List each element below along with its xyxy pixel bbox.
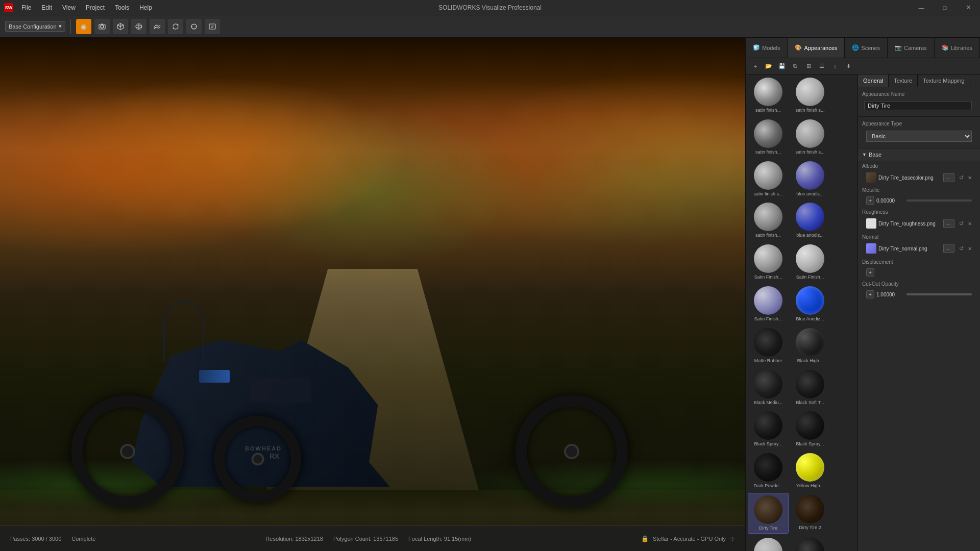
render-btn[interactable]: ◉ [76, 19, 91, 34]
add-appearance-btn[interactable]: + [750, 61, 761, 72]
displacement-label: Displacement [862, 259, 976, 265]
maximize-button[interactable]: □ [933, 0, 957, 15]
roughness-browse-btn[interactable]: ... [943, 219, 954, 228]
appearance-name-row [862, 99, 976, 112]
metallic-plus-btn[interactable]: + [866, 196, 874, 205]
cutout-slider[interactable] [906, 293, 972, 295]
appearance-item-9[interactable]: Satin Finish... [748, 242, 789, 282]
displacement-row: + [862, 267, 976, 278]
grid-view-btn[interactable]: ⊞ [803, 61, 814, 72]
minimize-button[interactable]: — [910, 0, 933, 15]
tab-libraries[interactable]: 📚 Libraries [935, 38, 980, 58]
panel-toolbar: + 📂 💾 ⧉ ⊞ ☰ ↕ ⬇ [746, 58, 980, 74]
tab-scenes[interactable]: 🌐 Scenes [845, 38, 888, 58]
prop-tab-texture-mapping[interactable]: Texture Mapping [918, 74, 970, 87]
appearance-item-6[interactable]: blue anodiz... [790, 159, 830, 199]
lock-icon[interactable]: 🔒 [641, 535, 649, 542]
appearance-thumb-9 [754, 244, 782, 273]
appearance-item-7[interactable]: satin finish... [748, 201, 789, 240]
appearance-matte-rubber[interactable]: Matte Rubber [748, 326, 789, 366]
tab-models-label: Models [762, 45, 780, 51]
appearance-light-grey[interactable]: Light Grey L... [748, 536, 789, 551]
box-btn[interactable] [113, 19, 128, 34]
appearance-label-1: satin finish... [755, 108, 781, 113]
appearance-item-1[interactable]: satin finish... [748, 76, 789, 115]
albedo-label: Albedo [862, 163, 976, 169]
save-btn[interactable]: 💾 [776, 61, 788, 72]
normal-browse-btn[interactable]: ... [943, 244, 954, 253]
appearance-black-low[interactable]: Black Low G... [790, 536, 830, 551]
config-dropdown[interactable]: Base Configuration ▾ [5, 21, 65, 32]
menu-edit[interactable]: Edit [36, 0, 57, 15]
viewport[interactable]: BOWHEAD RX Passes: 3000 / 3000 Complete … [0, 38, 745, 551]
displacement-plus-btn[interactable]: + [866, 268, 874, 277]
download-btn[interactable]: ⬇ [843, 61, 854, 72]
appearances-row-7: Matte Rubber Black High... [746, 325, 857, 367]
expand-icon[interactable]: ⊹ [730, 535, 735, 542]
close-button[interactable]: ✕ [957, 0, 980, 15]
scene-btn[interactable] [131, 19, 146, 34]
tab-models[interactable]: 🧊 Models [746, 38, 788, 58]
import-btn[interactable]: 📂 [763, 61, 774, 72]
tab-cameras[interactable]: 📷 Cameras [888, 38, 935, 58]
appearances-row-5: Satin Finish... Satin Finish... [746, 241, 857, 283]
toolbar-separator-1 [70, 19, 71, 34]
appearance-type-select[interactable]: Basic [866, 131, 972, 142]
appearance-black-spray1[interactable]: Black Spray... [748, 409, 789, 449]
camera-btn[interactable] [94, 19, 110, 34]
wheel-hub-middle [252, 453, 264, 466]
appearance-yellow-high[interactable]: Yellow High... [790, 451, 830, 491]
appearance-item-4[interactable]: satin finish s... [790, 117, 830, 157]
scenes-icon: 🌐 [852, 44, 859, 51]
appearance-item-2[interactable]: satin finish s... [790, 76, 830, 115]
appearance-black-high[interactable]: Black High... [790, 326, 830, 366]
albedo-remove-btn[interactable]: ✕ [968, 175, 972, 181]
appearance-dark-powder[interactable]: Dark Powde... [748, 451, 789, 491]
tab-appearances[interactable]: 🎨 Appearances [788, 38, 845, 58]
menu-view[interactable]: View [57, 0, 81, 15]
right-panel-inner: satin finish... satin finish s... satin … [746, 74, 980, 551]
menu-tools[interactable]: Tools [110, 0, 134, 15]
tab-cameras-label: Cameras [904, 45, 927, 51]
appearance-item-8[interactable]: blue anodiz... [790, 201, 830, 240]
metallic-slider[interactable] [906, 199, 972, 202]
appearance-black-soft[interactable]: Black Soft T... [790, 368, 830, 408]
appearance-label-dirty-tire2: Dirty Tire 2 [799, 525, 821, 531]
appearance-name-input[interactable] [864, 101, 972, 110]
appearance-dirty-tire2[interactable]: Dirty Tire 2 [790, 493, 830, 534]
appearance-btn[interactable] [186, 19, 202, 34]
menu-help[interactable]: Help [134, 0, 157, 15]
duplicate-btn[interactable]: ⧉ [790, 61, 801, 72]
handlebar [163, 301, 204, 362]
appearances-list: satin finish... satin finish s... satin … [746, 74, 857, 551]
normal-remove-btn[interactable]: ✕ [968, 246, 972, 252]
environment-btn[interactable] [150, 19, 165, 34]
list-view-btn[interactable]: ☰ [816, 61, 827, 72]
passes-status: Passes: 3000 / 3000 [10, 536, 61, 542]
appearance-dirty-tire[interactable]: Dirty Tire [748, 493, 789, 534]
appearance-black-med[interactable]: Black Mediu... [748, 368, 789, 408]
prop-tab-texture[interactable]: Texture [889, 74, 918, 87]
albedo-reload-icon[interactable]: ↺ [957, 173, 966, 182]
menu-file[interactable]: File [16, 0, 36, 15]
appearance-black-spray2[interactable]: Black Spray... [790, 409, 830, 449]
appearance-item-5[interactable]: satin finish s... [748, 159, 789, 199]
rotate-btn[interactable] [168, 19, 183, 34]
base-section-header[interactable]: ▼ Base [858, 148, 980, 161]
appearance-item-11[interactable]: Satin Finish... [748, 284, 789, 324]
appearance-item-10[interactable]: Satin Finish... [790, 242, 830, 282]
output-btn[interactable] [205, 19, 220, 34]
appearance-item-3[interactable]: satin finish... [748, 117, 789, 157]
appearance-item-12[interactable]: Blue Anodiz... [790, 284, 830, 324]
appearances-row-4: satin finish... blue anodiz... [746, 199, 857, 241]
prop-tab-general[interactable]: General [858, 74, 889, 87]
cutout-plus-btn[interactable]: + [866, 290, 874, 298]
normal-reload-icon[interactable]: ↺ [957, 244, 966, 253]
albedo-browse-btn[interactable]: ... [943, 173, 954, 182]
roughness-remove-btn[interactable]: ✕ [968, 221, 972, 227]
sort-btn[interactable]: ↕ [829, 61, 841, 72]
render-preview: BOWHEAD RX [0, 38, 745, 551]
menu-project[interactable]: Project [81, 0, 110, 15]
appearances-icon: 🎨 [795, 44, 802, 51]
roughness-reload-icon[interactable]: ↺ [957, 219, 966, 228]
